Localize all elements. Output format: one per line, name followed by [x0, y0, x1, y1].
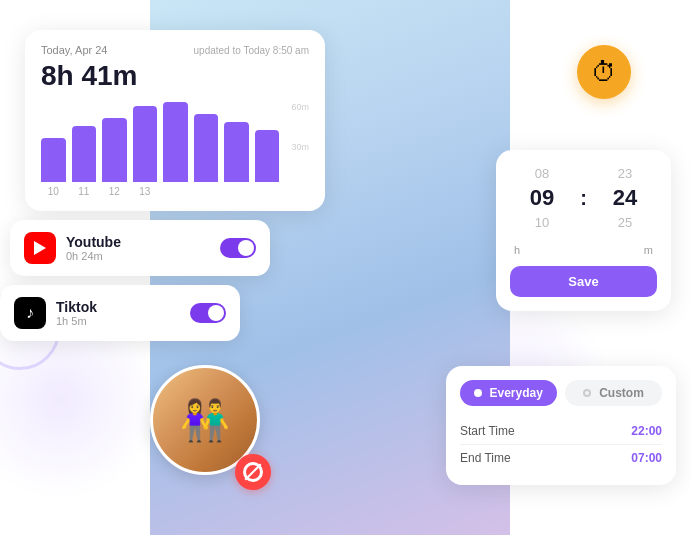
start-time-value: 22:00: [631, 424, 662, 438]
time-picker-grid: 08 09 10 : 23 24 25: [510, 164, 657, 232]
chart-bar: [255, 130, 280, 182]
save-button[interactable]: Save: [510, 266, 657, 297]
y-label-top: 60m: [291, 102, 309, 112]
y-label-mid: 30m: [291, 142, 309, 152]
x-label-5: [163, 186, 188, 197]
tab-everyday[interactable]: Everyday: [460, 380, 557, 406]
tiktok-time: 1h 5m: [56, 315, 180, 327]
time-picker-card: 08 09 10 : 23 24 25 h m Save: [496, 150, 671, 311]
youtube-app-card: Youtube 0h 24m: [10, 220, 270, 276]
hour-prev: 08 09 10: [510, 164, 574, 232]
tiktok-info: Tiktok 1h 5m: [56, 299, 180, 327]
chart-bar: [41, 138, 66, 182]
tiktok-icon: ♪: [14, 297, 46, 329]
youtube-icon: [24, 232, 56, 264]
end-time-value: 07:00: [631, 451, 662, 465]
x-label-4: 13: [133, 186, 158, 197]
min-suffix: m: [644, 244, 653, 256]
chart-bars-area: 60m 30m: [41, 102, 309, 182]
hour-suffix: h: [514, 244, 520, 256]
x-label-8: [255, 186, 280, 197]
youtube-time: 0h 24m: [66, 250, 210, 262]
tab-custom[interactable]: Custom: [565, 380, 662, 406]
chart-updated: updated to Today 8:50 am: [194, 45, 309, 56]
x-label-7: [224, 186, 249, 197]
chart-bar: [163, 102, 188, 182]
block-symbol: [243, 462, 263, 482]
tiktok-toggle[interactable]: [190, 303, 226, 323]
start-time-label: Start Time: [460, 424, 515, 438]
youtube-name: Youtube: [66, 234, 210, 250]
schedule-tabs: Everyday Custom: [460, 380, 662, 406]
x-label-2: 11: [72, 186, 97, 197]
tiktok-app-card: ♪ Tiktok 1h 5m: [0, 285, 240, 341]
chart-bar: [72, 126, 97, 182]
minute-col: 23 24 25: [593, 164, 657, 232]
end-time-row: End Time 07:00: [460, 445, 662, 471]
chart-total-time: 8h 41m: [41, 60, 309, 92]
chart-bar: [224, 122, 249, 182]
chart-bar: [194, 114, 219, 182]
youtube-info: Youtube 0h 24m: [66, 234, 210, 262]
chart-bar: [133, 106, 158, 182]
chart-y-labels: 60m 30m: [291, 102, 309, 182]
chart-bar: [102, 118, 127, 182]
schedule-card: Everyday Custom Start Time 22:00 End Tim…: [446, 366, 676, 485]
x-label-6: [194, 186, 219, 197]
tiktok-name: Tiktok: [56, 299, 180, 315]
clock-icon-badge: ⏱: [577, 45, 631, 99]
end-time-label: End Time: [460, 451, 511, 465]
chart-x-labels: 10 11 12 13: [41, 186, 309, 197]
x-label-1: 10: [41, 186, 66, 197]
start-time-row: Start Time 22:00: [460, 418, 662, 445]
block-icon: [235, 454, 271, 490]
x-label-3: 12: [102, 186, 127, 197]
persons-image: 👫: [180, 400, 230, 440]
time-colon: :: [576, 168, 591, 229]
screen-time-chart-card: Today, Apr 24 updated to Today 8:50 am 8…: [25, 30, 325, 211]
chart-date: Today, Apr 24: [41, 44, 107, 56]
clock-icon: ⏱: [591, 57, 617, 88]
youtube-toggle[interactable]: [220, 238, 256, 258]
